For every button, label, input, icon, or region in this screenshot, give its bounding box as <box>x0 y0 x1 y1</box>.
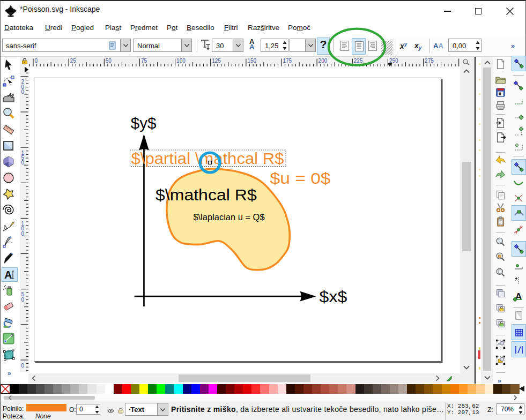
svg-text:$\laplacian u = Q$: $\laplacian u = Q$ <box>193 212 265 222</box>
svg-text:$u = 0$: $u = 0$ <box>270 169 331 187</box>
svg-text:$\mathcal R$: $\mathcal R$ <box>155 186 257 204</box>
svg-text:50: 50 <box>106 58 112 64</box>
svg-text:150: 150 <box>247 58 256 64</box>
svg-text:275: 275 <box>425 58 434 64</box>
svg-text:0: 0 <box>35 58 38 64</box>
svg-text:A: A <box>4 269 12 281</box>
svg-text:125: 125 <box>212 58 221 64</box>
svg-text:25: 25 <box>70 58 77 64</box>
svg-text:$y$: $y$ <box>131 114 157 132</box>
svg-text:0: 0 <box>21 160 25 166</box>
svg-text:175: 175 <box>283 58 292 64</box>
svg-text:0: 0 <box>21 297 25 303</box>
svg-text:250: 250 <box>389 58 398 64</box>
svg-text:0: 0 <box>21 363 25 369</box>
svg-text:75: 75 <box>141 58 147 64</box>
svg-text:0: 0 <box>21 231 25 237</box>
svg-text:100: 100 <box>176 58 186 64</box>
svg-text:0: 0 <box>21 89 25 95</box>
svg-text:$x$: $x$ <box>320 288 347 305</box>
